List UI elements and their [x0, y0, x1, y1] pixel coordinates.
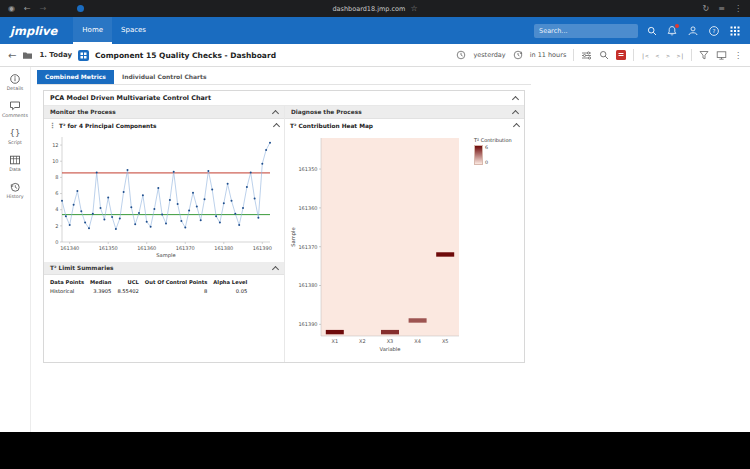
svg-text:0: 0: [55, 239, 58, 245]
browser-more-icon[interactable]: ⋮: [734, 5, 742, 13]
search-input[interactable]: [539, 27, 633, 35]
last-updated-label: yesterday: [473, 51, 505, 59]
limit-summaries-header[interactable]: T² Limit Summaries: [44, 262, 284, 275]
svg-text:161360: 161360: [137, 245, 156, 251]
reload-icon[interactable]: ↻: [703, 5, 710, 13]
svg-text:161380: 161380: [214, 245, 233, 251]
legend-title: T² Contribution: [474, 137, 520, 143]
data-table-icon: [9, 154, 21, 166]
cell-out-of-control: 8: [142, 286, 211, 295]
next-page-button[interactable]: >: [666, 52, 670, 59]
divider: [691, 49, 692, 61]
diagnose-section-header[interactable]: Diagnose the Process: [285, 106, 524, 119]
svg-text:161350: 161350: [298, 166, 317, 172]
monitor-section-header[interactable]: Monitor the Process: [44, 106, 284, 119]
legend-max: 6: [485, 145, 488, 150]
legend-scale: 6 0: [474, 145, 520, 165]
user-avatar-icon[interactable]: [687, 25, 699, 37]
tab-combined-metrics[interactable]: Combined Metrics: [37, 70, 114, 84]
divider: [633, 49, 634, 61]
monitor-section-title: Monitor the Process: [50, 109, 116, 115]
header-search-box[interactable]: [534, 24, 638, 38]
history-clock-icon: [9, 181, 21, 193]
screen-bottom: [0, 432, 750, 469]
t2-contribution-heatmap[interactable]: 161350161360161370161380161390X1X2X3X4X5…: [287, 134, 463, 358]
filter-funnel-icon[interactable]: [699, 50, 709, 60]
sidebar-item-script[interactable]: {} Script: [8, 127, 22, 145]
collapse-chevron-icon[interactable]: [512, 95, 519, 102]
more-options-icon[interactable]: ⋮: [734, 51, 742, 60]
header-actions: ?: [534, 24, 741, 38]
nav-spaces[interactable]: Spaces: [112, 17, 155, 44]
svg-text:161350: 161350: [99, 245, 118, 251]
prev-page-button[interactable]: <: [656, 52, 660, 59]
collapse-chevron-icon[interactable]: [512, 109, 519, 116]
sidebar-item-details[interactable]: Details: [7, 73, 24, 91]
apps-grid-icon[interactable]: [729, 25, 741, 37]
chart-menu-icon[interactable]: ⋮: [49, 122, 56, 130]
svg-text:Sample: Sample: [290, 227, 297, 246]
mdmcc-panel-header[interactable]: PCA Model Driven Multivariate Control Ch…: [44, 91, 524, 106]
first-page-button[interactable]: |<: [641, 52, 648, 59]
svg-text:?: ?: [713, 28, 716, 34]
info-icon: [9, 73, 21, 85]
jmplive-logo[interactable]: jmplive: [10, 24, 57, 38]
nav-home[interactable]: Home: [73, 17, 112, 44]
heatmap-title: T² Contribution Heat Map: [290, 123, 373, 129]
svg-text:8: 8: [55, 174, 58, 180]
browser-menu-icon[interactable]: ≡: [718, 5, 725, 13]
collapse-chevron-icon[interactable]: [273, 123, 280, 130]
record-icon[interactable]: ◉: [8, 5, 15, 13]
last-page-button[interactable]: >|: [677, 52, 684, 59]
mdmcc-panel-title: PCA Model Driven Multivariate Control Ch…: [50, 94, 211, 102]
tab-individual-control-charts[interactable]: Individual Control Charts: [114, 70, 215, 84]
mdmcc-panel: PCA Model Driven Multivariate Control Ch…: [43, 90, 525, 363]
svg-text:X2: X2: [359, 338, 366, 344]
diagnose-section-title: Diagnose the Process: [291, 109, 362, 115]
table-header-row: Data Points Median UCL Out Of Control Po…: [47, 277, 250, 286]
sidebar-item-data[interactable]: Data: [9, 154, 21, 172]
breadcrumb-space[interactable]: 1. Today: [39, 51, 72, 59]
cell-alpha: 0.05: [210, 286, 250, 295]
collapse-chevron-icon[interactable]: [272, 265, 279, 272]
address-bar[interactable]: dashboard18.jmp.com ☆: [332, 5, 417, 13]
svg-text:161340: 161340: [60, 245, 79, 251]
tab-bar: Combined Metrics Individual Control Char…: [37, 70, 531, 85]
svg-text:X4: X4: [414, 338, 421, 344]
sidebar-item-history[interactable]: History: [6, 181, 23, 199]
present-monitor-icon[interactable]: [716, 50, 727, 61]
toolbar-search-icon[interactable]: [599, 50, 609, 60]
notifications-bell-icon[interactable]: [666, 25, 678, 37]
svg-text:161370: 161370: [176, 245, 195, 251]
sidebar-item-comments[interactable]: Comments: [2, 100, 28, 118]
monitor-column: Monitor the Process ⋮ T² for 4 Principal…: [44, 106, 285, 362]
url-text: dashboard18.jmp.com: [332, 5, 405, 13]
document-toolbar: ← 1. Today Component 15 Quality Checks -…: [0, 44, 750, 67]
heatmap-header[interactable]: T² Contribution Heat Map: [285, 119, 524, 132]
collapse-chevron-icon[interactable]: [272, 109, 279, 116]
browser-forward-icon[interactable]: →: [40, 5, 47, 13]
table-row: Historical 3.3905 8.55402 8 0.05: [47, 286, 250, 295]
t2-chart-title: T² for 4 Principal Components: [59, 123, 156, 129]
t2-control-chart[interactable]: 0246810121613401613501613601613701613801…: [46, 132, 278, 260]
main-content: Combined Metrics Individual Control Char…: [31, 67, 750, 432]
svg-text:6: 6: [55, 190, 58, 196]
browser-right-controls: ↻ ≡ ⋮: [703, 5, 742, 13]
notification-badge: [675, 24, 680, 29]
collapse-chevron-icon[interactable]: [513, 123, 520, 130]
svg-text:12: 12: [52, 142, 58, 148]
bookmark-star-icon[interactable]: ☆: [410, 5, 417, 13]
help-icon[interactable]: ?: [708, 25, 720, 37]
t2-chart-header[interactable]: ⋮ T² for 4 Principal Components: [44, 119, 284, 132]
jmp-data-table-icon[interactable]: [616, 50, 626, 60]
search-icon[interactable]: [647, 26, 657, 36]
svg-text:{}: {}: [10, 128, 21, 138]
script-braces-icon: {}: [9, 127, 21, 139]
heatmap-area: 161350161360161370161380161390X1X2X3X4X5…: [285, 134, 524, 362]
tab-favicon: [77, 5, 84, 12]
divider: [573, 49, 574, 61]
display-options-icon[interactable]: [581, 50, 592, 61]
browser-back-icon[interactable]: ←: [24, 5, 31, 13]
back-button[interactable]: ←: [8, 50, 16, 61]
svg-text:2: 2: [55, 223, 58, 229]
